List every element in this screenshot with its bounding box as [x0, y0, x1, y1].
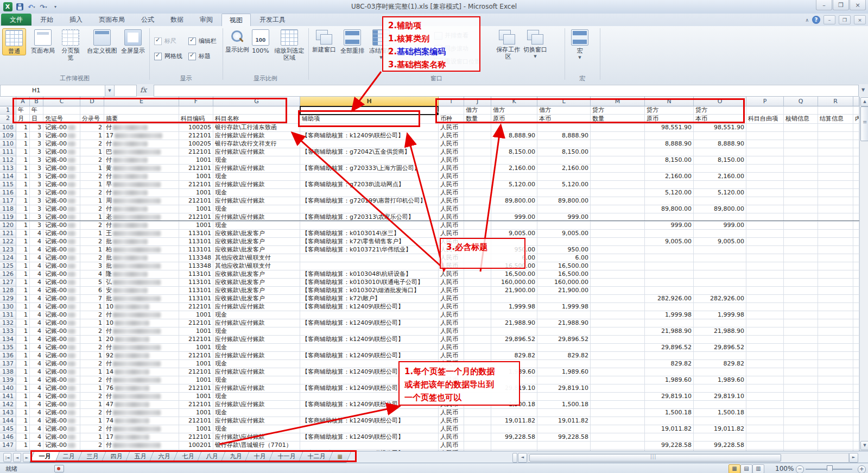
header-row-1-cell[interactable] [853, 106, 859, 115]
cell-D128[interactable]: 6 [80, 287, 104, 295]
cell-O125[interactable] [694, 262, 746, 270]
cell-E136[interactable]: 92 [104, 352, 179, 360]
cell-A131[interactable]: 1 [16, 311, 30, 319]
cell-X139[interactable] [853, 376, 859, 384]
cell-R123[interactable] [818, 246, 853, 254]
cell-X136[interactable] [853, 352, 859, 360]
cell-D133[interactable]: 2 [80, 327, 104, 336]
cell-K130[interactable]: 1,999.98 [491, 303, 537, 311]
record-macro-button[interactable] [54, 465, 64, 472]
cell-J113[interactable] [464, 165, 491, 173]
row-number[interactable]: 124 [0, 254, 16, 262]
cell-B144[interactable]: 4 [30, 417, 43, 425]
cell-H112[interactable] [300, 156, 439, 165]
header-row-2-cell[interactable]: 科目自由项 [746, 115, 784, 124]
cell-X130[interactable] [853, 303, 859, 311]
cell-G124[interactable]: 其他应收款\银联支付 [213, 254, 300, 262]
cell-K147[interactable] [491, 442, 537, 450]
cell-N144[interactable] [645, 417, 694, 425]
cell-J128[interactable] [464, 287, 491, 295]
cell-F109[interactable]: 212101 [179, 132, 213, 140]
scroll-left-icon[interactable]: ◄ [518, 453, 527, 463]
row-number[interactable]: 137 [0, 360, 16, 368]
cell-A137[interactable]: 1 [16, 360, 30, 368]
cell-H132[interactable]: 【客商辅助核算：k12409\联想公司】 [300, 319, 439, 327]
row-number[interactable]: 111 [0, 148, 16, 156]
workbook-close-button[interactable]: × [854, 15, 866, 24]
cell-L132[interactable]: 21,988.90 [537, 319, 591, 327]
cell-N138[interactable] [645, 368, 694, 376]
cell-M144[interactable] [591, 417, 645, 425]
cell-M124[interactable] [591, 254, 645, 262]
cell-F129[interactable]: 113101 [179, 295, 213, 303]
cell-N117[interactable] [645, 197, 694, 205]
cell-R134[interactable] [818, 336, 853, 344]
cell-X129[interactable] [853, 295, 859, 303]
row-number[interactable]: 133 [0, 327, 16, 336]
cell-O124[interactable] [694, 254, 746, 262]
cell-H134[interactable]: 【客商辅助核算：k12409\联想公司】 [300, 336, 439, 344]
cell-B111[interactable]: 3 [30, 148, 43, 156]
cell-M136[interactable] [591, 352, 645, 360]
row-number[interactable]: 130 [0, 303, 16, 311]
cell-C111[interactable]: 记账-00 [43, 148, 80, 156]
cell-N145[interactable]: 19,011.82 [645, 425, 694, 433]
cell-B134[interactable]: 4 [30, 336, 43, 344]
cell-F115[interactable]: 212101 [179, 181, 213, 189]
cell-O142[interactable] [694, 401, 746, 409]
cell-L125[interactable]: 16,500.00 [537, 262, 591, 270]
cell-J114[interactable] [464, 173, 491, 181]
cell-Q139[interactable] [784, 376, 818, 384]
cell-X121[interactable] [853, 230, 859, 238]
header-row-2-cell[interactable]: 核销信息 [784, 115, 818, 124]
cell-A147[interactable]: 1 [16, 442, 30, 450]
row-number[interactable]: 118 [0, 205, 16, 213]
cell-A126[interactable]: 1 [16, 270, 30, 279]
header-row-2-cell[interactable]: 数量 [591, 115, 645, 124]
cell-A116[interactable]: 1 [16, 189, 30, 197]
cell-C146[interactable]: 记账-00 [43, 433, 80, 442]
cell-D109[interactable]: 1 [80, 132, 104, 140]
cell-E142[interactable]: 47 [104, 401, 179, 409]
cell-P135[interactable] [746, 344, 784, 352]
cell-H126[interactable]: 【客商辅助核算：k0103048\杭研设备】 [300, 270, 439, 279]
scroll-right-icon[interactable]: ► [849, 453, 858, 463]
arrange-all-button[interactable]: 全部重排 [339, 28, 366, 54]
cell-E130[interactable]: 10 [104, 303, 179, 311]
cell-P122[interactable] [746, 238, 784, 246]
cell-M126[interactable] [591, 270, 645, 279]
cell-E125[interactable]: 批 [104, 262, 179, 270]
cell-A134[interactable]: 1 [16, 336, 30, 344]
cell-E135[interactable]: 付 [104, 344, 179, 352]
cell-A114[interactable]: 1 [16, 173, 30, 181]
header-row-1-cell[interactable]: 贷方 [591, 106, 645, 115]
cell-J145[interactable] [464, 425, 491, 433]
cell-A133[interactable]: 1 [16, 327, 30, 336]
sheet-tab-一月[interactable]: 一月 [29, 452, 60, 463]
cell-G116[interactable]: 现金 [213, 189, 300, 197]
cell-K113[interactable]: 2,160.00 [491, 165, 537, 173]
vertical-scroll-thumb[interactable] [860, 106, 868, 141]
cell-M116[interactable] [591, 189, 645, 197]
cell-J144[interactable] [464, 417, 491, 425]
cell-X131[interactable] [853, 311, 859, 319]
cell-L128[interactable]: 21,900.00 [537, 287, 591, 295]
cell-M111[interactable] [591, 148, 645, 156]
cell-G140[interactable]: 应付账款\应付账款 [213, 384, 300, 393]
cell-H109[interactable]: 【客商辅助核算：k12409\联想公司】 [300, 132, 439, 140]
cell-R108[interactable] [818, 124, 853, 132]
cell-O120[interactable]: 999.00 [694, 222, 746, 230]
cell-G110[interactable]: 银行存款\农行文祥支行 [213, 140, 300, 148]
cell-C124[interactable]: 记账-00 [43, 254, 80, 262]
cell-E123[interactable]: 柏 [104, 246, 179, 254]
cell-O133[interactable]: 21,988.90 [694, 327, 746, 336]
row-number[interactable]: 108 [0, 124, 16, 132]
cell-E133[interactable]: 付 [104, 327, 179, 336]
cell-M137[interactable] [591, 360, 645, 368]
cell-I146[interactable]: 人民币 [439, 433, 464, 442]
formula-bar-checkbox[interactable]: 编辑栏 [188, 37, 217, 45]
cell-K128[interactable]: 21,900.00 [491, 287, 537, 295]
cell-K121[interactable]: 9,005.00 [491, 230, 537, 238]
cell-Q118[interactable] [784, 205, 818, 213]
cell-N140[interactable] [645, 384, 694, 393]
